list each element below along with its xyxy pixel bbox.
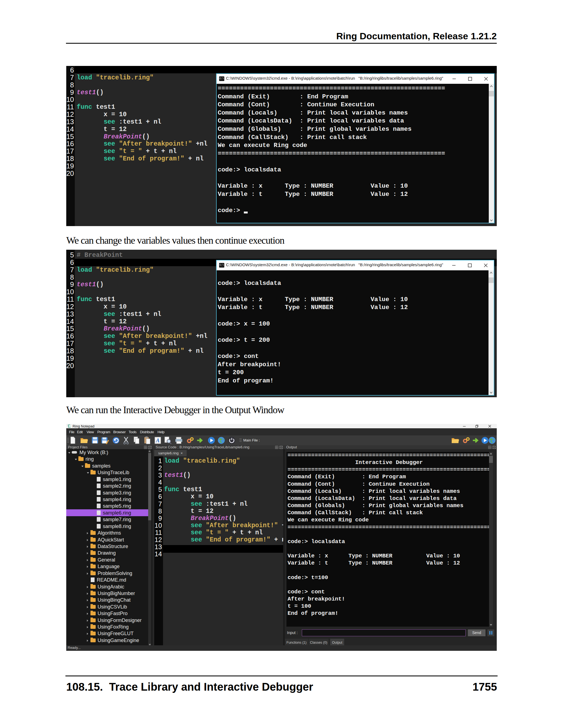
svg-text:A: A: [155, 437, 159, 443]
